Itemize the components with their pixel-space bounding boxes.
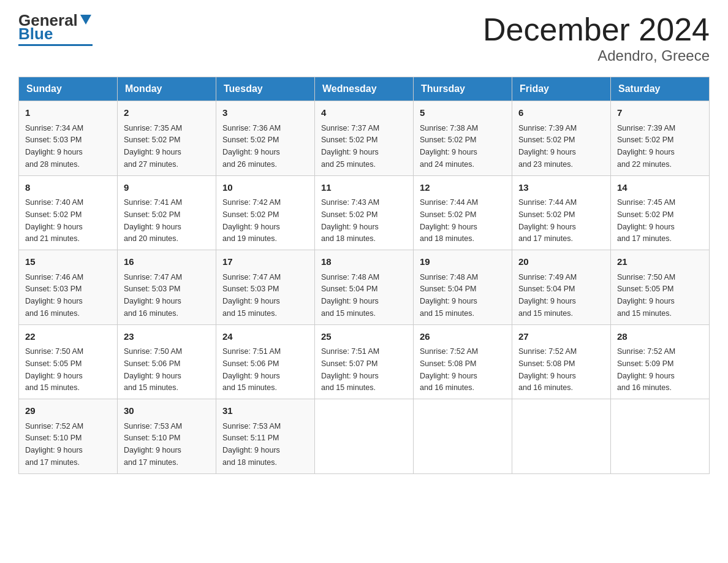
calendar-cell: 23 Sunrise: 7:50 AMSunset: 5:06 PMDaylig… — [118, 324, 216, 399]
day-number: 11 — [321, 181, 407, 195]
calendar-week-row: 29 Sunrise: 7:52 AMSunset: 5:10 PMDaylig… — [19, 399, 710, 474]
day-info: Sunrise: 7:35 AMSunset: 5:02 PMDaylight:… — [124, 124, 182, 169]
day-info: Sunrise: 7:44 AMSunset: 5:02 PMDaylight:… — [518, 198, 577, 243]
day-info: Sunrise: 7:53 AMSunset: 5:11 PMDaylight:… — [222, 422, 281, 467]
calendar-cell: 13 Sunrise: 7:44 AMSunset: 5:02 PMDaylig… — [512, 175, 611, 250]
day-number: 17 — [222, 255, 308, 269]
day-number: 23 — [124, 330, 210, 344]
svg-marker-0 — [80, 15, 91, 25]
day-number: 13 — [518, 181, 604, 195]
day-info: Sunrise: 7:52 AMSunset: 5:10 PMDaylight:… — [25, 422, 83, 467]
calendar-cell: 10 Sunrise: 7:42 AMSunset: 5:02 PMDaylig… — [216, 175, 315, 250]
day-number: 7 — [617, 106, 703, 120]
calendar-cell: 7 Sunrise: 7:39 AMSunset: 5:02 PMDayligh… — [611, 101, 710, 176]
day-info: Sunrise: 7:37 AMSunset: 5:02 PMDaylight:… — [321, 124, 379, 169]
day-number: 16 — [124, 255, 210, 269]
day-number: 6 — [518, 106, 604, 120]
calendar-cell: 8 Sunrise: 7:40 AMSunset: 5:02 PMDayligh… — [19, 175, 118, 250]
day-number: 20 — [518, 255, 604, 269]
day-number: 1 — [25, 106, 111, 120]
calendar-week-row: 1 Sunrise: 7:34 AMSunset: 5:03 PMDayligh… — [19, 101, 710, 176]
day-number: 26 — [420, 330, 506, 344]
day-info: Sunrise: 7:47 AMSunset: 5:03 PMDaylight:… — [222, 273, 281, 318]
logo: General Blue — [18, 12, 93, 46]
day-number: 15 — [25, 255, 111, 269]
day-number: 18 — [321, 255, 407, 269]
day-number: 8 — [25, 181, 111, 195]
day-number: 5 — [420, 106, 506, 120]
day-info: Sunrise: 7:34 AMSunset: 5:03 PMDaylight:… — [25, 124, 83, 169]
calendar-cell: 12 Sunrise: 7:44 AMSunset: 5:02 PMDaylig… — [414, 175, 512, 250]
day-info: Sunrise: 7:50 AMSunset: 5:05 PMDaylight:… — [25, 347, 83, 392]
day-info: Sunrise: 7:52 AMSunset: 5:08 PMDaylight:… — [518, 347, 577, 392]
calendar-cell: 17 Sunrise: 7:47 AMSunset: 5:03 PMDaylig… — [216, 250, 315, 325]
day-info: Sunrise: 7:50 AMSunset: 5:05 PMDaylight:… — [617, 273, 675, 318]
day-info: Sunrise: 7:44 AMSunset: 5:02 PMDaylight:… — [420, 198, 478, 243]
calendar-cell: 19 Sunrise: 7:48 AMSunset: 5:04 PMDaylig… — [414, 250, 512, 325]
day-number: 4 — [321, 106, 407, 120]
calendar-cell: 30 Sunrise: 7:53 AMSunset: 5:10 PMDaylig… — [118, 399, 216, 474]
calendar-subtitle: Adendro, Greece — [483, 47, 710, 64]
calendar-cell: 3 Sunrise: 7:36 AMSunset: 5:02 PMDayligh… — [216, 101, 315, 176]
day-info: Sunrise: 7:53 AMSunset: 5:10 PMDaylight:… — [124, 422, 182, 467]
calendar-cell — [414, 399, 512, 474]
day-info: Sunrise: 7:42 AMSunset: 5:02 PMDaylight:… — [222, 198, 281, 243]
calendar-cell — [611, 399, 710, 474]
logo-underline — [18, 44, 93, 46]
day-info: Sunrise: 7:51 AMSunset: 5:06 PMDaylight:… — [222, 347, 281, 392]
col-header-friday: Friday — [512, 77, 611, 101]
day-info: Sunrise: 7:51 AMSunset: 5:07 PMDaylight:… — [321, 347, 379, 392]
col-header-sunday: Sunday — [19, 77, 118, 101]
day-number: 21 — [617, 255, 703, 269]
col-header-wednesday: Wednesday — [315, 77, 414, 101]
calendar-cell: 22 Sunrise: 7:50 AMSunset: 5:05 PMDaylig… — [19, 324, 118, 399]
day-info: Sunrise: 7:38 AMSunset: 5:02 PMDaylight:… — [420, 124, 478, 169]
day-number: 31 — [222, 404, 308, 418]
day-info: Sunrise: 7:40 AMSunset: 5:02 PMDaylight:… — [25, 198, 83, 243]
calendar-cell: 5 Sunrise: 7:38 AMSunset: 5:02 PMDayligh… — [414, 101, 512, 176]
calendar-cell: 16 Sunrise: 7:47 AMSunset: 5:03 PMDaylig… — [118, 250, 216, 325]
col-header-monday: Monday — [118, 77, 216, 101]
day-number: 2 — [124, 106, 210, 120]
calendar-cell: 25 Sunrise: 7:51 AMSunset: 5:07 PMDaylig… — [315, 324, 414, 399]
page-header: General Blue December 2024 Adendro, Gree… — [18, 12, 710, 64]
col-header-saturday: Saturday — [611, 77, 710, 101]
calendar-cell: 26 Sunrise: 7:52 AMSunset: 5:08 PMDaylig… — [414, 324, 512, 399]
day-number: 12 — [420, 181, 506, 195]
calendar-cell — [512, 399, 611, 474]
calendar-cell: 14 Sunrise: 7:45 AMSunset: 5:02 PMDaylig… — [611, 175, 710, 250]
day-info: Sunrise: 7:39 AMSunset: 5:02 PMDaylight:… — [518, 124, 577, 169]
title-block: December 2024 Adendro, Greece — [483, 12, 710, 64]
calendar-week-row: 22 Sunrise: 7:50 AMSunset: 5:05 PMDaylig… — [19, 324, 710, 399]
calendar-cell: 27 Sunrise: 7:52 AMSunset: 5:08 PMDaylig… — [512, 324, 611, 399]
day-number: 24 — [222, 330, 308, 344]
calendar-table: SundayMondayTuesdayWednesdayThursdayFrid… — [18, 77, 710, 474]
day-info: Sunrise: 7:36 AMSunset: 5:02 PMDaylight:… — [222, 124, 281, 169]
calendar-cell: 29 Sunrise: 7:52 AMSunset: 5:10 PMDaylig… — [19, 399, 118, 474]
day-info: Sunrise: 7:39 AMSunset: 5:02 PMDaylight:… — [617, 124, 675, 169]
calendar-cell: 9 Sunrise: 7:41 AMSunset: 5:02 PMDayligh… — [118, 175, 216, 250]
calendar-cell: 6 Sunrise: 7:39 AMSunset: 5:02 PMDayligh… — [512, 101, 611, 176]
day-info: Sunrise: 7:52 AMSunset: 5:08 PMDaylight:… — [420, 347, 478, 392]
calendar-cell: 1 Sunrise: 7:34 AMSunset: 5:03 PMDayligh… — [19, 101, 118, 176]
calendar-title: December 2024 — [483, 12, 710, 47]
day-number: 19 — [420, 255, 506, 269]
calendar-header-row: SundayMondayTuesdayWednesdayThursdayFrid… — [19, 77, 710, 101]
calendar-cell: 2 Sunrise: 7:35 AMSunset: 5:02 PMDayligh… — [118, 101, 216, 176]
day-number: 27 — [518, 330, 604, 344]
day-number: 28 — [617, 330, 703, 344]
day-info: Sunrise: 7:47 AMSunset: 5:03 PMDaylight:… — [124, 273, 182, 318]
calendar-cell: 21 Sunrise: 7:50 AMSunset: 5:05 PMDaylig… — [611, 250, 710, 325]
day-number: 10 — [222, 181, 308, 195]
calendar-cell — [315, 399, 414, 474]
day-number: 30 — [124, 404, 210, 418]
calendar-cell: 24 Sunrise: 7:51 AMSunset: 5:06 PMDaylig… — [216, 324, 315, 399]
logo-blue-text: Blue — [18, 26, 53, 42]
day-info: Sunrise: 7:50 AMSunset: 5:06 PMDaylight:… — [124, 347, 182, 392]
day-info: Sunrise: 7:46 AMSunset: 5:03 PMDaylight:… — [25, 273, 83, 318]
day-info: Sunrise: 7:41 AMSunset: 5:02 PMDaylight:… — [124, 198, 182, 243]
day-number: 25 — [321, 330, 407, 344]
calendar-cell: 11 Sunrise: 7:43 AMSunset: 5:02 PMDaylig… — [315, 175, 414, 250]
calendar-cell: 20 Sunrise: 7:49 AMSunset: 5:04 PMDaylig… — [512, 250, 611, 325]
day-number: 3 — [222, 106, 308, 120]
